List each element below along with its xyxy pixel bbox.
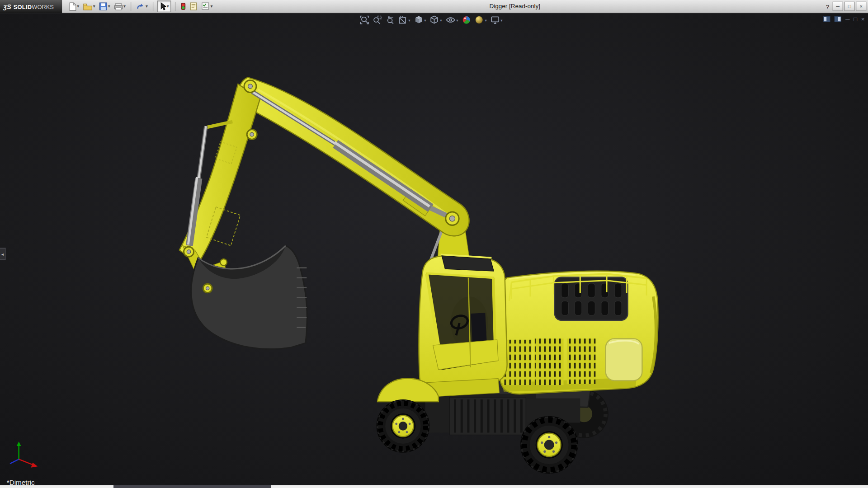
chevron-down-icon[interactable]: ▾	[167, 4, 169, 9]
scene-ball-icon	[475, 15, 484, 24]
document-close-button[interactable]: ×	[861, 16, 865, 22]
open-button[interactable]: ▾	[82, 1, 96, 12]
cab[interactable]	[419, 254, 507, 397]
window-title: Digger [Read-only]	[490, 3, 540, 9]
toolbar-separator	[175, 2, 175, 11]
select-tool-button[interactable]: ▾	[157, 0, 171, 12]
display-style-button[interactable]: ▾	[414, 15, 426, 24]
options-button[interactable]: ▾	[200, 1, 213, 12]
headsup-view-toolbar: ▾ ▾ ▾ ▾ ▾	[360, 15, 503, 24]
monitor-icon	[491, 15, 500, 24]
close-button[interactable]: ×	[856, 2, 866, 11]
display-style-icon	[414, 15, 423, 24]
solidworks-window: ʒS SOLIDWORKS ▾ ▾ ▾ ▾ ▾	[0, 0, 868, 488]
undo-icon	[136, 3, 145, 10]
maximize-button[interactable]: □	[844, 2, 854, 11]
chevron-down-icon[interactable]: ▾	[210, 4, 212, 9]
view-orientation-cube-icon	[430, 15, 439, 24]
solidworks-logo: ʒS SOLIDWORKS	[0, 0, 62, 13]
chevron-down-icon[interactable]: ▾	[456, 18, 458, 22]
main-toolbar: ▾ ▾ ▾ ▾ ▾ ▾	[62, 0, 214, 12]
undo-button[interactable]: ▾	[135, 1, 149, 12]
open-folder-icon	[83, 3, 93, 10]
minimize-button[interactable]: ─	[833, 2, 843, 11]
front-right-wheel[interactable]	[521, 417, 577, 473]
rebuild-button[interactable]	[179, 1, 187, 12]
view-orientation-button[interactable]: ▾	[430, 15, 442, 24]
edit-appearance-button[interactable]	[462, 15, 471, 24]
chevron-down-icon[interactable]: ▾	[440, 18, 442, 22]
side-vent-panels	[503, 338, 596, 385]
chevron-down-icon[interactable]: ▾	[500, 18, 502, 22]
file-properties-icon	[190, 2, 198, 10]
previous-view-icon	[386, 15, 395, 24]
section-view-button[interactable]: ▾	[398, 15, 410, 24]
logo-text-bold: SOLID	[14, 3, 32, 10]
save-button[interactable]: ▾	[98, 1, 111, 12]
side-window	[606, 338, 642, 380]
chevron-down-icon[interactable]: ▾	[77, 4, 79, 9]
view-settings-button[interactable]: ▾	[491, 15, 502, 24]
hide-show-items-button[interactable]: ▾	[446, 15, 458, 24]
file-properties-button[interactable]	[189, 1, 199, 12]
options-icon	[202, 2, 210, 10]
document-restore-button[interactable]: □	[854, 16, 857, 22]
print-button[interactable]: ▾	[113, 1, 127, 12]
toolbar-separator	[153, 2, 153, 11]
chevron-down-icon[interactable]: ▾	[146, 4, 148, 9]
bottom-strip	[0, 485, 868, 488]
feature-panel-collapse-tab[interactable]: ◂	[0, 248, 5, 260]
engine-hood[interactable]	[555, 277, 628, 320]
graphics-viewport[interactable]: ▾ ▾ ▾ ▾ ▾	[0, 13, 868, 485]
section-view-icon	[398, 15, 407, 24]
help-button[interactable]: ?	[824, 3, 831, 10]
front-left-wheel[interactable]	[377, 400, 429, 452]
appearance-ball-icon	[462, 15, 471, 24]
save-icon	[99, 2, 107, 10]
digger-model[interactable]	[0, 13, 868, 485]
3ds-logo-icon: ʒS	[3, 3, 11, 10]
chevron-down-icon[interactable]: ▾	[108, 4, 110, 9]
logo-text-light: WORKS	[32, 3, 54, 10]
bottom-strip-segment	[113, 485, 271, 488]
tile-pane-left-icon[interactable]	[823, 16, 830, 22]
print-icon	[114, 3, 123, 10]
chevron-down-icon[interactable]: ▾	[408, 18, 410, 22]
body-house[interactable]	[498, 271, 658, 394]
window-controls: ? ─ □ ×	[824, 2, 866, 11]
chevron-down-icon[interactable]: ▾	[424, 18, 426, 22]
document-window-controls: ─ □ ×	[823, 16, 865, 22]
new-document-icon	[69, 2, 76, 11]
new-document-button[interactable]: ▾	[67, 1, 80, 12]
chevron-down-icon[interactable]: ▾	[123, 4, 126, 9]
view-orientation-label: *Dimetric	[7, 479, 35, 485]
apply-scene-button[interactable]: ▾	[475, 15, 486, 24]
titlebar[interactable]: ʒS SOLIDWORKS ▾ ▾ ▾ ▾ ▾	[0, 0, 868, 13]
previous-view-button[interactable]	[386, 15, 395, 24]
eye-icon	[446, 15, 455, 24]
chevron-down-icon[interactable]: ▾	[485, 18, 486, 22]
zoom-to-area-icon	[373, 15, 382, 24]
zoom-to-area-button[interactable]	[373, 15, 382, 24]
document-minimize-button[interactable]: ─	[845, 16, 850, 22]
chevron-down-icon[interactable]: ▾	[93, 4, 95, 9]
select-arrow-icon	[160, 2, 166, 10]
tile-pane-right-icon[interactable]	[834, 16, 841, 22]
toolbar-separator	[131, 2, 131, 11]
rebuild-icon	[180, 2, 186, 10]
zoom-to-fit-button[interactable]	[360, 15, 369, 24]
zoom-to-fit-icon	[360, 15, 369, 24]
